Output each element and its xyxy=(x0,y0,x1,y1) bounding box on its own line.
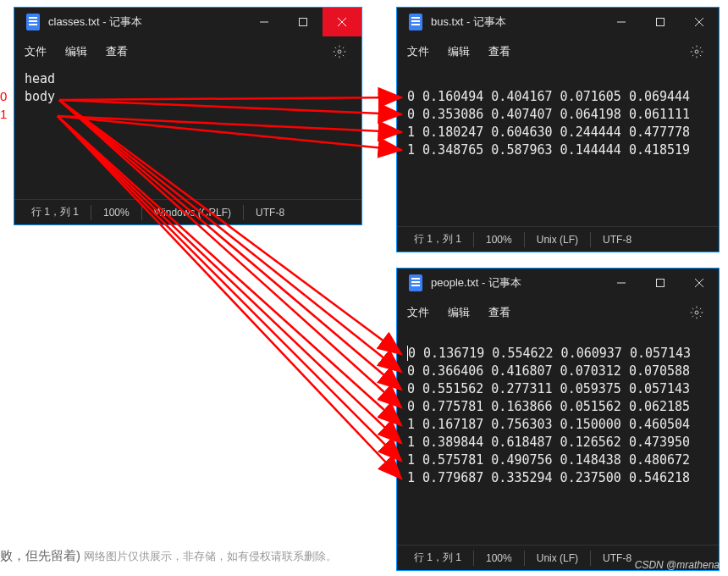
titlebar[interactable]: classes.txt - 记事本 xyxy=(14,8,361,36)
text-line: body xyxy=(25,88,351,106)
text-line: 0 0.136719 0.554622 0.060937 0.057143 xyxy=(407,345,709,363)
text-content[interactable]: 0 0.160494 0.404167 0.071605 0.069444 0 … xyxy=(397,67,719,226)
statusbar: 行 1，列 1 100% Windows (CRLF) UTF-8 xyxy=(14,199,361,224)
text-line: 1 0.167187 0.756303 0.150000 0.460504 xyxy=(407,416,709,434)
window-classes: classes.txt - 记事本 文件 编辑 查看 head body 行 1… xyxy=(14,7,362,225)
status-zoom: 100% xyxy=(474,552,524,564)
window-people: people.txt - 记事本 文件 编辑 查看 0 0.136719 0.5… xyxy=(396,268,720,571)
text-line: 0 0.160494 0.404167 0.071605 0.069444 xyxy=(407,88,709,106)
text-line: head xyxy=(25,70,351,88)
maximize-button[interactable] xyxy=(284,8,323,36)
window-title: people.txt - 记事本 xyxy=(431,275,521,291)
status-lineending: Unix (LF) xyxy=(525,552,590,564)
menu-file[interactable]: 文件 xyxy=(407,305,429,320)
text-line: 0 0.366406 0.416807 0.070312 0.070588 xyxy=(407,363,709,380)
window-title: bus.txt - 记事本 xyxy=(431,14,506,30)
text-content[interactable]: head body xyxy=(14,67,361,199)
menubar: 文件 编辑 查看 xyxy=(397,36,719,67)
status-zoom: 100% xyxy=(474,234,524,246)
text-line: 0 0.551562 0.277311 0.059375 0.057143 xyxy=(407,380,709,398)
close-button[interactable] xyxy=(680,269,719,297)
menu-view[interactable]: 查看 xyxy=(106,44,128,59)
window-bus: bus.txt - 记事本 文件 编辑 查看 0 0.160494 0.4041… xyxy=(396,7,720,252)
menu-edit[interactable]: 编辑 xyxy=(448,44,470,59)
class-index-0: 0 xyxy=(0,89,7,103)
titlebar[interactable]: bus.txt - 记事本 xyxy=(397,8,719,36)
menubar: 文件 编辑 查看 xyxy=(397,297,719,328)
close-button[interactable] xyxy=(680,8,719,36)
window-title: classes.txt - 记事本 xyxy=(48,14,142,30)
svg-point-4 xyxy=(338,50,341,53)
notepad-icon xyxy=(409,14,422,30)
titlebar[interactable]: people.txt - 记事本 xyxy=(397,269,719,297)
class-index-1: 1 xyxy=(0,107,7,121)
page-caption: 败，但先留着) 网络图片仅供展示，非存储，如有侵权请联系删除。 xyxy=(0,548,337,564)
svg-rect-11 xyxy=(657,280,665,287)
text-line: 0 0.775781 0.163866 0.051562 0.062185 xyxy=(407,398,709,416)
menu-file[interactable]: 文件 xyxy=(407,44,429,59)
settings-button[interactable] xyxy=(328,40,351,64)
status-lineending: Unix (LF) xyxy=(525,234,590,246)
statusbar: 行 1，列 1 100% Unix (LF) UTF-8 xyxy=(397,226,719,252)
status-cursor: 行 1，列 1 xyxy=(19,205,91,219)
notepad-icon xyxy=(409,274,422,291)
menu-edit[interactable]: 编辑 xyxy=(65,44,87,59)
text-line: 1 0.575781 0.490756 0.148438 0.480672 xyxy=(407,451,709,469)
menu-view[interactable]: 查看 xyxy=(488,305,510,320)
close-button[interactable] xyxy=(323,8,361,36)
svg-point-9 xyxy=(695,50,698,53)
notepad-icon xyxy=(26,14,40,30)
menu-file[interactable]: 文件 xyxy=(25,44,47,59)
svg-point-14 xyxy=(695,311,698,314)
menu-edit[interactable]: 编辑 xyxy=(448,305,470,320)
minimize-button[interactable] xyxy=(245,8,284,36)
status-cursor: 行 1，列 1 xyxy=(402,551,473,565)
status-encoding: UTF-8 xyxy=(591,234,643,246)
text-line: 1 0.779687 0.335294 0.237500 0.546218 xyxy=(407,469,709,487)
minimize-button[interactable] xyxy=(602,269,641,297)
status-cursor: 行 1，列 1 xyxy=(402,232,473,246)
status-lineending: Windows (CRLF) xyxy=(142,207,243,219)
svg-rect-1 xyxy=(300,19,307,26)
text-line: 0 0.353086 0.407407 0.064198 0.061111 xyxy=(407,106,709,124)
status-zoom: 100% xyxy=(91,207,141,219)
menubar: 文件 编辑 查看 xyxy=(14,36,361,67)
menu-view[interactable]: 查看 xyxy=(488,44,510,59)
watermark: CSDN @mrathena xyxy=(635,559,720,571)
svg-rect-6 xyxy=(657,19,665,26)
text-line: 1 0.180247 0.604630 0.244444 0.477778 xyxy=(407,124,709,141)
text-line: 1 0.389844 0.618487 0.126562 0.473950 xyxy=(407,434,709,451)
settings-button[interactable] xyxy=(685,301,709,324)
maximize-button[interactable] xyxy=(641,269,680,297)
settings-button[interactable] xyxy=(685,40,709,64)
status-encoding: UTF-8 xyxy=(244,207,296,219)
text-line: 1 0.348765 0.587963 0.144444 0.418519 xyxy=(407,141,709,159)
text-content[interactable]: 0 0.136719 0.554622 0.060937 0.057143 0 … xyxy=(397,328,719,545)
minimize-button[interactable] xyxy=(602,8,641,36)
maximize-button[interactable] xyxy=(641,8,680,36)
